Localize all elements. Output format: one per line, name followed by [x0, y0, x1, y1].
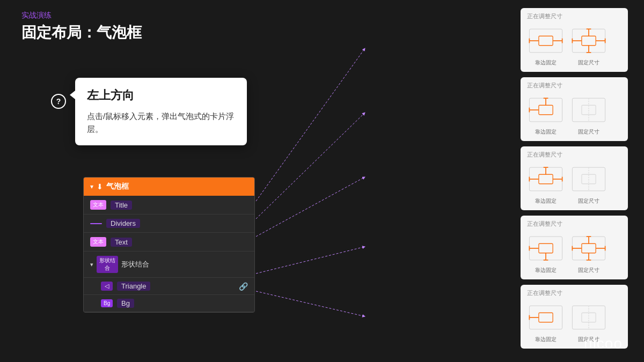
- layer-badge-text: 文本: [90, 237, 106, 247]
- layer-label-dividers: Dividers: [106, 219, 140, 228]
- svg-rect-22: [539, 105, 553, 115]
- layer-item-text[interactable]: 文本 Text: [84, 233, 254, 252]
- layer-panel: ▾ ⬇ 气泡框 文本 Title Dividers 文本 Text ▾ 形状结合…: [83, 177, 255, 313]
- svg-line-0: [256, 48, 365, 201]
- right-panels: 正在调整尺寸 靠边固定: [521, 8, 628, 349]
- svg-line-3: [256, 247, 365, 274]
- layer-label-bg: Bg: [117, 299, 134, 308]
- layer-label-triangle: Triangle: [117, 282, 150, 291]
- header: 实战演练 固定布局：气泡框: [21, 11, 142, 43]
- header-title: 固定布局：气泡框: [21, 23, 142, 43]
- layer-label-shapes: 形状结合: [121, 260, 149, 269]
- svg-rect-58: [539, 313, 553, 322]
- resize-panel-1-title: 正在调整尺寸: [527, 12, 621, 20]
- pin-label-1: 靠边固定: [535, 59, 557, 67]
- layer-item-triangle[interactable]: ◁ Triangle 🔗: [84, 278, 254, 295]
- pin-constraint-4: [527, 232, 565, 264]
- fixed-label-4: 固定尺寸: [578, 267, 599, 274]
- resize-panel-3-title: 正在调整尺寸: [527, 151, 621, 159]
- pin-pair-3: 靠边固定: [527, 163, 565, 205]
- layer-item-bg[interactable]: Bg Bg: [84, 295, 254, 312]
- svg-line-2: [256, 177, 365, 237]
- resize-panel-1: 正在调整尺寸 靠边固定: [521, 8, 628, 72]
- layer-panel-title: 气泡框: [106, 182, 129, 191]
- tooltip-card: 左上方向 点击/鼠标移入元素，弹出气泡式的卡片浮层。: [75, 78, 247, 145]
- layer-badge-shapes: 形状结合: [97, 256, 118, 273]
- pin-pair-4: 靠边固定: [527, 232, 565, 274]
- tooltip-description: 点击/鼠标移入元素，弹出气泡式的卡片浮层。: [87, 110, 235, 136]
- svg-line-4: [256, 291, 365, 316]
- pin-constraint-1: [527, 25, 565, 57]
- fixed-pair-2: 固定尺寸: [570, 94, 608, 136]
- fixed-constraint-4: [570, 232, 608, 264]
- layer-badge-title: 文本: [90, 200, 106, 210]
- fixed-pair-3: 固定尺寸: [570, 163, 608, 205]
- fixed-pair-4: 固定尺寸: [570, 232, 608, 274]
- fixed-label-1: 固定尺寸: [578, 59, 599, 67]
- pin-label-5: 靠边固定: [535, 336, 557, 343]
- tooltip-title: 左上方向: [87, 87, 235, 104]
- svg-rect-12: [582, 36, 596, 46]
- pin-label-3: 靠边固定: [535, 197, 557, 205]
- resize-panel-5-title: 正在调整尺寸: [527, 289, 621, 297]
- fixed-constraint-2: [570, 94, 608, 126]
- pin-label-2: 靠边固定: [535, 128, 557, 136]
- svg-rect-42: [539, 243, 553, 253]
- layer-label-text: Text: [111, 238, 132, 247]
- layer-item-title[interactable]: 文本 Title: [84, 196, 254, 215]
- resize-panel-2: 正在调整尺寸 靠边固定: [521, 77, 628, 141]
- layer-group-shapes[interactable]: ▾ 形状结合 形状结合: [84, 252, 254, 278]
- question-icon: ?: [51, 94, 66, 109]
- link-icon: 🔗: [239, 282, 248, 291]
- layer-collapse-icon[interactable]: ▾: [90, 183, 93, 190]
- layer-item-dividers[interactable]: Dividers: [84, 215, 254, 233]
- layer-badge-bg: Bg: [101, 299, 113, 307]
- fixed-label-2: 固定尺寸: [578, 128, 599, 136]
- fixed-constraint-3: [570, 163, 608, 195]
- header-subtitle: 实战演练: [21, 11, 142, 20]
- fixed-label-3: 固定尺寸: [578, 197, 599, 205]
- resize-panel-2-title: 正在调整尺寸: [527, 82, 621, 90]
- pin-constraint-5: [527, 301, 565, 334]
- watermark: nicoo: [584, 335, 623, 352]
- svg-line-1: [256, 113, 365, 219]
- fixed-constraint-5: [570, 301, 608, 334]
- fixed-constraint-1: [570, 25, 608, 57]
- pin-pair-5: 靠边固定: [527, 301, 565, 343]
- fixed-pair-1: 固定尺寸: [570, 25, 608, 67]
- pin-constraint-3: [527, 163, 565, 195]
- layer-type-icon: ⬇: [97, 182, 103, 191]
- pin-pair-1: 靠边固定: [527, 25, 565, 67]
- group-collapse-icon[interactable]: ▾: [90, 261, 93, 268]
- resize-panel-4: 正在调整尺寸 靠边固定: [521, 216, 628, 279]
- svg-rect-31: [539, 174, 553, 184]
- svg-rect-6: [539, 36, 553, 46]
- svg-rect-48: [582, 243, 596, 253]
- layer-badge-dividers: [90, 223, 102, 224]
- resize-panel-4-title: 正在调整尺寸: [527, 220, 621, 228]
- layer-label-title: Title: [111, 201, 132, 210]
- layer-panel-header[interactable]: ▾ ⬇ 气泡框: [84, 178, 254, 196]
- pin-pair-2: 靠边固定: [527, 94, 565, 136]
- pin-constraint-2: [527, 94, 565, 126]
- resize-panel-3: 正在调整尺寸 靠边固定: [521, 146, 628, 210]
- layer-badge-triangle: ◁: [101, 282, 113, 291]
- pin-label-4: 靠边固定: [535, 267, 557, 274]
